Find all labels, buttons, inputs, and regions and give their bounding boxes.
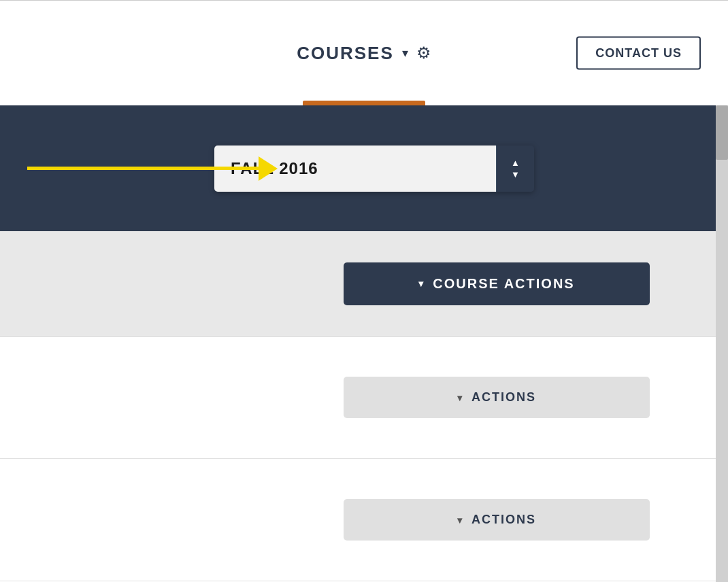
scrollbar-track[interactable] — [716, 105, 728, 582]
course-actions-button[interactable]: ▾ COURSE ACTIONS — [344, 262, 650, 305]
light-gray-section: ▾ COURSE ACTIONS — [0, 231, 728, 337]
nav-orange-accent-bar — [303, 101, 425, 105]
actions-2-label: ACTIONS — [471, 513, 536, 527]
white-section-1: ▾ ACTIONS — [0, 337, 728, 459]
spinner-down-icon[interactable]: ▼ — [511, 170, 520, 179]
nav-dropdown-arrow-icon[interactable]: ▾ — [402, 46, 408, 61]
top-nav: COURSES ▾ ⚙ CONTACT US — [0, 0, 728, 105]
nav-center: COURSES ▾ ⚙ — [297, 43, 431, 64]
white-section-2: ▾ ACTIONS — [0, 459, 728, 581]
nav-gear-icon[interactable]: ⚙ — [416, 44, 431, 63]
spinner-up-icon[interactable]: ▲ — [511, 158, 520, 167]
course-actions-arrow-icon: ▾ — [418, 278, 425, 289]
contact-us-button[interactable]: CONTACT US — [576, 37, 701, 70]
arrow-line — [27, 167, 259, 170]
nav-courses-label[interactable]: COURSES — [297, 43, 394, 64]
yellow-arrow — [27, 156, 278, 181]
actions-1-label: ACTIONS — [471, 390, 536, 405]
page-wrapper: COURSES ▾ ⚙ CONTACT US FALL 2016 ▲ ▼ ▾ C… — [0, 0, 728, 582]
arrow-head — [259, 156, 278, 181]
actions-button-1[interactable]: ▾ ACTIONS — [344, 377, 650, 418]
scrollbar-thumb[interactable] — [716, 105, 728, 160]
actions-2-arrow-icon: ▾ — [457, 515, 463, 526]
actions-1-arrow-icon: ▾ — [457, 392, 463, 403]
semester-spinner[interactable]: ▲ ▼ — [496, 146, 534, 192]
actions-button-2[interactable]: ▾ ACTIONS — [344, 499, 650, 541]
dark-section: FALL 2016 ▲ ▼ — [0, 105, 728, 231]
course-actions-label: COURSE ACTIONS — [433, 276, 574, 292]
